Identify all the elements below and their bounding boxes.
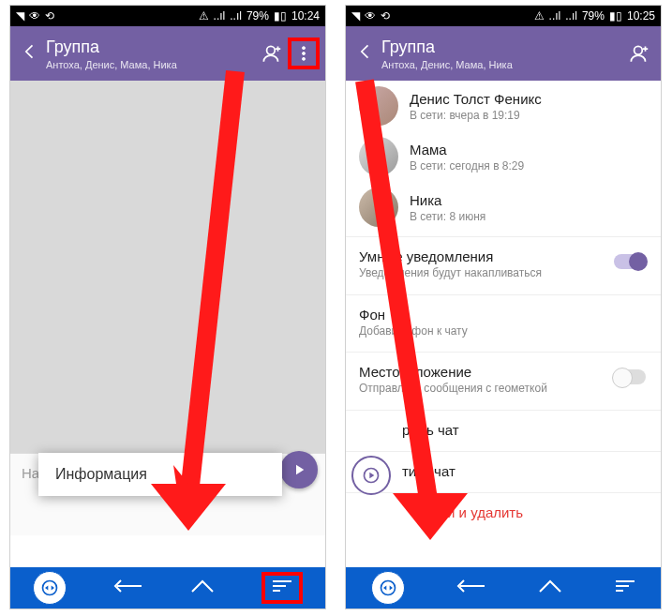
option-background[interactable]: Фон Добавить фон к чату (346, 299, 661, 349)
member-status: В сети: вчера в 19:19 (410, 109, 542, 122)
clock: 10:24 (291, 9, 320, 23)
option-location[interactable]: Местоположение Отправлять сообщения с ге… (346, 356, 661, 406)
status-bar: ◥ 👁 ⟲ ⚠ ..ıl ..ıl 79% ▮▯ 10:24 (10, 6, 325, 26)
teamviewer-icon[interactable] (371, 571, 405, 605)
member-row[interactable]: Денис Толст Феникс В сети: вчера в 19:19 (346, 81, 661, 131)
avatar (359, 86, 398, 126)
home-nav-button[interactable] (536, 577, 564, 599)
battery-label: 79% (582, 9, 605, 23)
signal-bars-icon: ..ıl (230, 9, 242, 23)
app-bar: Группа Антоха, Денис, Мама, Ника (10, 26, 325, 81)
chat-body: Напишите сообщение… Информация (10, 81, 325, 535)
sync-icon: ⟲ (381, 9, 390, 23)
member-name: Ника (410, 192, 485, 208)
notif-icon: ◥ (16, 9, 24, 23)
signal-bars-icon: ..ıl (214, 9, 226, 23)
status-bar: ◥ 👁 ⟲ ⚠ ..ıl ..ıl 79% ▮▯ 10:25 (346, 6, 661, 26)
signal-bars-icon: ..ıl (549, 9, 561, 23)
battery-icon: ▮▯ (274, 9, 287, 23)
notif-icon: ◥ (351, 9, 360, 23)
member-row[interactable]: Мама В сети: сегодня в 8:29 (346, 131, 661, 182)
sync-icon: ⟲ (45, 9, 54, 23)
signal-icon: ⚠ (534, 9, 545, 23)
svg-point-9 (381, 581, 395, 595)
recents-nav-button[interactable] (261, 572, 303, 604)
phone-screenshot-left: ◥ 👁 ⟲ ⚠ ..ıl ..ıl 79% ▮▯ 10:24 Группа Ан… (9, 5, 326, 609)
battery-label: 79% (246, 9, 269, 23)
chat-subtitle: Антоха, Денис, Мама, Ника (381, 59, 623, 70)
option-clear-chat[interactable]: тить чат (346, 456, 661, 488)
voice-message-button[interactable] (280, 451, 318, 488)
member-row[interactable]: Ника В сети: 8 июня (346, 182, 661, 233)
overflow-menu-button[interactable] (288, 38, 320, 69)
option-leave-and-delete[interactable]: Выйти и удалить (346, 497, 661, 530)
battery-icon: ▮▯ (609, 9, 622, 23)
overflow-popup: Информация (38, 453, 282, 496)
back-nav-button[interactable] (455, 577, 486, 599)
clock: 10:25 (627, 9, 655, 23)
option-hide-chat[interactable]: рыть чат (346, 414, 661, 447)
svg-point-4 (43, 581, 57, 595)
home-nav-button[interactable] (188, 577, 217, 599)
chat-title: Группа (381, 38, 623, 57)
add-contact-button[interactable] (256, 38, 288, 69)
toggle-off[interactable] (614, 369, 646, 384)
eye-icon: 👁 (29, 9, 40, 23)
chat-subtitle: Антоха, Денис, Мама, Ника (46, 59, 256, 70)
avatar (359, 188, 398, 227)
back-nav-button[interactable] (112, 577, 143, 599)
member-name: Денис Толст Феникс (410, 91, 542, 107)
member-name: Мама (410, 142, 524, 158)
back-button[interactable] (20, 42, 40, 66)
svg-point-2 (303, 53, 306, 55)
recents-nav-button[interactable] (614, 578, 636, 597)
system-nav-bar (346, 567, 661, 608)
voice-fab[interactable] (351, 456, 391, 495)
svg-point-3 (303, 57, 306, 60)
svg-point-7 (635, 46, 643, 54)
avatar (359, 137, 398, 176)
chat-info-panel: Денис Толст Феникс В сети: вчера в 19:19… (346, 81, 661, 576)
member-status: В сети: сегодня в 8:29 (410, 159, 524, 173)
app-bar: Группа Антоха, Денис, Мама, Ника (346, 26, 661, 81)
phone-screenshot-right: ◥ 👁 ⟲ ⚠ ..ıl ..ıl 79% ▮▯ 10:25 Группа Ан… (345, 5, 662, 609)
system-nav-bar (10, 567, 325, 608)
svg-point-0 (267, 46, 276, 54)
member-status: В сети: 8 июня (410, 210, 485, 223)
eye-icon: 👁 (365, 9, 376, 23)
teamviewer-icon[interactable] (33, 571, 67, 605)
add-contact-button[interactable] (623, 38, 655, 69)
option-smart-notifications[interactable]: Умные уведомления Уведомления будут нака… (346, 241, 661, 291)
menu-item-info[interactable]: Информация (55, 466, 265, 483)
chat-title: Группа (46, 38, 256, 57)
back-button[interactable] (355, 42, 376, 66)
signal-bars-icon: ..ıl (565, 9, 577, 23)
toggle-on[interactable] (614, 254, 646, 269)
svg-point-1 (303, 47, 306, 50)
signal-icon: ⚠ (199, 9, 209, 23)
